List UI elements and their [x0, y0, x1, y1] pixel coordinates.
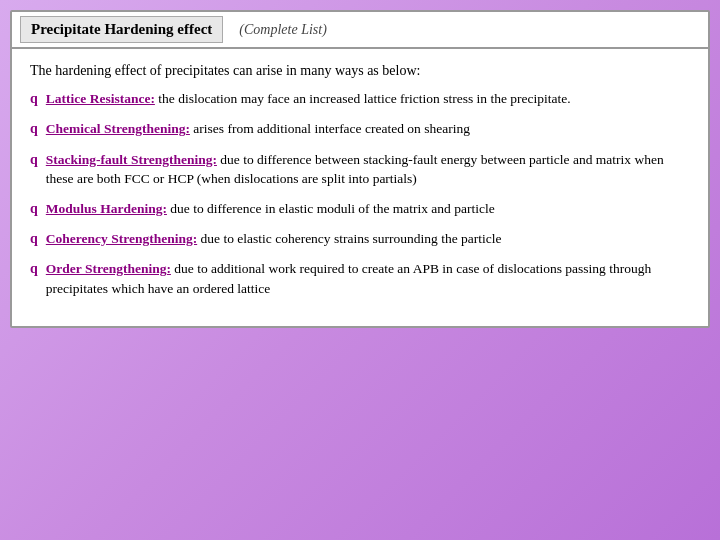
bullet-text: Chemical Strengthening: arises from addi…: [46, 119, 690, 139]
bullet-item: qChemical Strengthening: arises from add…: [30, 119, 690, 139]
bullet-text: Order Strengthening: due to additional w…: [46, 259, 690, 298]
bullet-text: Coherency Strengthening: due to elastic …: [46, 229, 690, 249]
bullet-text: Lattice Resistance: the dislocation may …: [46, 89, 690, 109]
bullet-item: qStacking-fault Strengthening: due to di…: [30, 150, 690, 189]
slide-header: Precipitate Hardening effect (Complete L…: [12, 12, 708, 49]
bullet-text: Stacking-fault Strengthening: due to dif…: [46, 150, 690, 189]
bullet-term: Stacking-fault Strengthening:: [46, 152, 217, 167]
bullet-item: qCoherency Strengthening: due to elastic…: [30, 229, 690, 249]
bullet-q-icon: q: [30, 259, 38, 279]
bullet-q-icon: q: [30, 119, 38, 139]
slide-body: The hardening effect of precipitates can…: [12, 49, 708, 326]
intro-text: The hardening effect of precipitates can…: [30, 63, 690, 79]
bullet-item: qModulus Hardening: due to difference in…: [30, 199, 690, 219]
bullet-term: Order Strengthening:: [46, 261, 171, 276]
bullet-q-icon: q: [30, 199, 38, 219]
bullet-list: qLattice Resistance: the dislocation may…: [30, 89, 690, 298]
bullet-item: qOrder Strengthening: due to additional …: [30, 259, 690, 298]
bullet-term: Coherency Strengthening:: [46, 231, 197, 246]
bullet-term: Lattice Resistance:: [46, 91, 155, 106]
bullet-text: Modulus Hardening: due to difference in …: [46, 199, 690, 219]
bullet-q-icon: q: [30, 229, 38, 249]
slide-container: Precipitate Hardening effect (Complete L…: [10, 10, 710, 328]
header-title: Precipitate Hardening effect: [20, 16, 223, 43]
bullet-q-icon: q: [30, 89, 38, 109]
bullet-q-icon: q: [30, 150, 38, 170]
bullet-item: qLattice Resistance: the dislocation may…: [30, 89, 690, 109]
bullet-term: Chemical Strengthening:: [46, 121, 190, 136]
header-subtitle: (Complete List): [239, 22, 327, 38]
bullet-term: Modulus Hardening:: [46, 201, 167, 216]
